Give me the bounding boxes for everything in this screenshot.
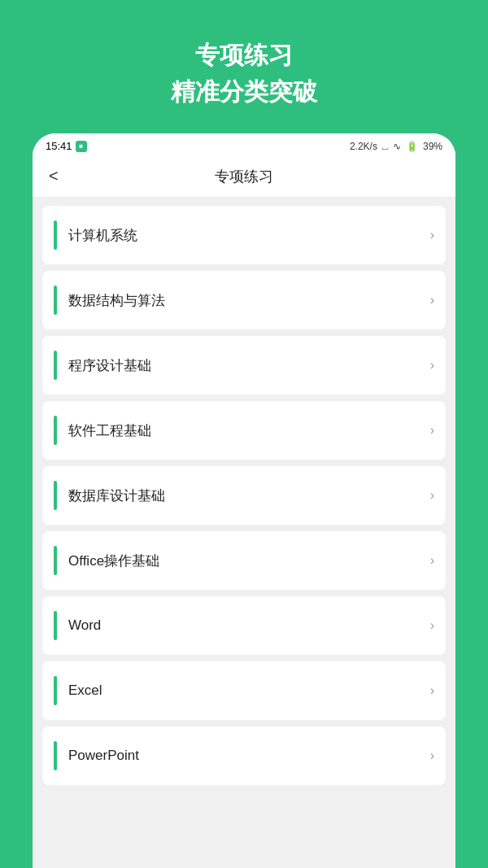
list-item-label: 数据库设计基础: [68, 486, 430, 505]
list-item[interactable]: 数据结构与算法›: [42, 271, 446, 329]
battery-icon: 🔋: [406, 141, 418, 152]
list-item-accent: [54, 220, 57, 250]
chevron-right-icon: ›: [430, 553, 434, 568]
list-item-label: Office操作基础: [68, 552, 430, 570]
chevron-right-icon: ›: [430, 358, 434, 373]
wifi-icon: ∿: [393, 141, 401, 152]
list-item[interactable]: 软件工程基础›: [42, 401, 446, 460]
header-title-line2: 精准分类突破: [171, 76, 317, 109]
page-header: 专项练习 精准分类突破: [171, 39, 317, 109]
status-left: 15:41 ■: [46, 140, 87, 152]
back-button[interactable]: <: [46, 164, 62, 189]
list-item-accent: [54, 416, 57, 445]
list-item[interactable]: 计算机系统›: [42, 206, 446, 264]
list-item-accent: [54, 351, 57, 380]
nav-title: 专项练习: [215, 167, 273, 186]
list-item[interactable]: Excel›: [42, 661, 446, 720]
list-item-accent: [54, 611, 57, 640]
list-item-label: Word: [68, 617, 430, 634]
list-item[interactable]: PowerPoint›: [42, 726, 446, 785]
header-title-line1: 专项练习: [171, 39, 317, 72]
list-item-label: 数据结构与算法: [68, 291, 430, 310]
list-item-label: Excel: [68, 683, 430, 699]
chevron-right-icon: ›: [430, 423, 434, 438]
status-bar: 15:41 ■ 2.2K/s ⎵ ∿ 🔋 39%: [33, 133, 455, 155]
phone-frame: 15:41 ■ 2.2K/s ⎵ ∿ 🔋 39% < 专项练习 计算机系统›数据…: [33, 133, 455, 868]
chevron-right-icon: ›: [430, 748, 434, 763]
chevron-right-icon: ›: [430, 683, 434, 698]
list-item-label: 程序设计基础: [68, 356, 430, 375]
list-item-label: PowerPoint: [68, 748, 430, 764]
list-item[interactable]: 数据库设计基础›: [42, 466, 446, 525]
signal-icon: ⎵: [382, 141, 388, 152]
status-app-icon: ■: [76, 141, 87, 152]
navigation-bar: < 专项练习: [33, 155, 455, 198]
list-item[interactable]: 程序设计基础›: [42, 336, 446, 395]
list-item-accent: [54, 546, 57, 575]
list-item[interactable]: Word›: [42, 596, 446, 655]
category-list: 计算机系统›数据结构与算法›程序设计基础›软件工程基础›数据库设计基础›Offi…: [33, 198, 455, 868]
network-speed: 2.2K/s: [350, 141, 377, 152]
chevron-right-icon: ›: [430, 488, 434, 503]
battery-percent: 39%: [423, 141, 442, 152]
list-item-accent: [54, 286, 57, 315]
chevron-right-icon: ›: [430, 618, 434, 633]
chevron-right-icon: ›: [430, 293, 434, 308]
status-time: 15:41: [46, 140, 72, 152]
chevron-right-icon: ›: [430, 228, 434, 242]
list-item-accent: [54, 741, 57, 770]
list-item-label: 软件工程基础: [68, 421, 430, 440]
list-item-accent: [54, 481, 57, 510]
list-item-accent: [54, 676, 57, 705]
list-item-label: 计算机系统: [68, 226, 430, 245]
status-right: 2.2K/s ⎵ ∿ 🔋 39%: [350, 141, 442, 152]
list-item[interactable]: Office操作基础›: [42, 531, 446, 590]
